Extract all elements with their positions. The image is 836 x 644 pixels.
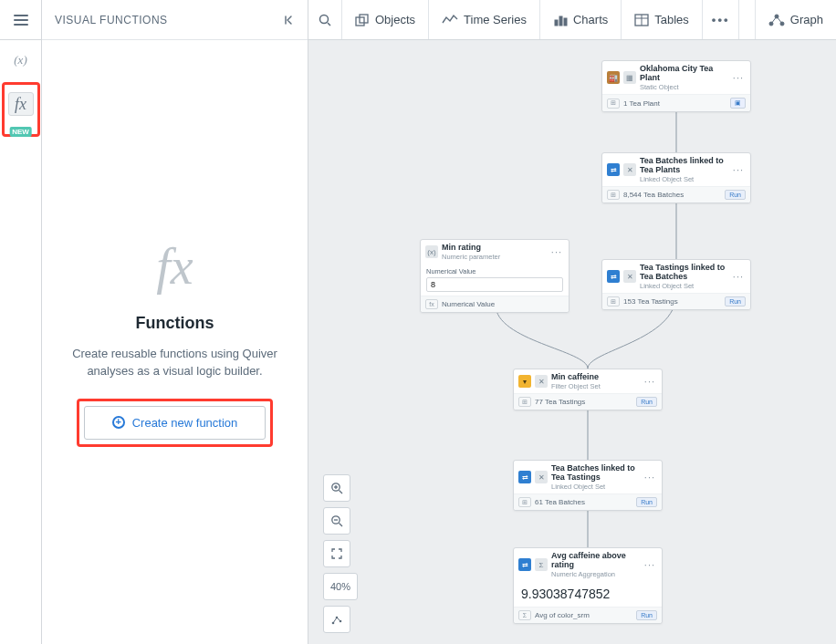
- toolbar-tables-label: Tables: [654, 13, 689, 26]
- node-count: 61 Tea Batches: [535, 498, 632, 506]
- zoom-out-icon: [330, 514, 343, 527]
- object-sub-icon: ✕: [623, 270, 636, 283]
- node-subtitle: Numeric parameter: [442, 253, 546, 261]
- sidebar-description: Create reusable functions using Quiver a…: [60, 346, 289, 380]
- count-badge-icon: ⊞: [518, 397, 531, 407]
- object-sub-icon: ✕: [535, 375, 548, 388]
- node-more-button[interactable]: ···: [731, 164, 746, 175]
- timeseries-icon: [442, 14, 458, 26]
- node-run-button[interactable]: Run: [725, 296, 746, 306]
- node-title: Min caffeine: [551, 372, 639, 381]
- toolbar: Objects Time Series Charts Tables ••• Gr…: [308, 0, 836, 40]
- node-linked-set[interactable]: ⇄ ✕ Tea Batches linked to Tea Plants Lin…: [601, 152, 751, 203]
- node-numeric-parameter[interactable]: (x) Min rating Numeric parameter ··· Num…: [420, 239, 570, 313]
- node-count: 1 Tea Plant: [623, 99, 726, 108]
- link-icon: ⇄: [607, 163, 620, 176]
- node-aggregation[interactable]: ⇄ Σ Avg caffeine above rating Numeric Ag…: [513, 547, 663, 624]
- plant-icon: 🏭: [607, 71, 620, 84]
- toolbar-graph-label: Graph: [790, 13, 823, 26]
- node-more-button[interactable]: ···: [731, 72, 746, 83]
- node-title: Tea Batches linked to Tea Plants: [640, 156, 727, 174]
- new-badge: NEW: [9, 127, 32, 137]
- plus-circle-icon: [112, 416, 125, 429]
- hamburger-icon: [14, 15, 28, 26]
- param-icon: (x): [425, 245, 438, 258]
- agg-icon: ⇄: [518, 558, 531, 571]
- variable-icon: (x): [14, 53, 26, 68]
- more-icon: •••: [712, 13, 730, 26]
- svg-line-25: [333, 618, 337, 623]
- svg-rect-5: [559, 16, 562, 26]
- node-linked-set[interactable]: ⇄ ✕ Tea Tastings linked to Tea Batches L…: [601, 259, 751, 310]
- fit-button[interactable]: [323, 540, 350, 567]
- node-static-object[interactable]: 🏭 ▦ Oklahoma City Tea Plant Static Objec…: [601, 60, 751, 112]
- link-icon: ⇄: [607, 270, 620, 283]
- object-sub-icon: ✕: [535, 471, 548, 483]
- aggregation-value: 9.93038747852: [514, 581, 662, 607]
- auto-layout-button[interactable]: [323, 606, 350, 633]
- search-icon: [318, 13, 332, 27]
- node-count: 153 Tea Tastings: [623, 297, 721, 306]
- svg-line-18: [340, 491, 343, 494]
- highlight-box: [77, 399, 274, 447]
- node-more-button[interactable]: ···: [643, 472, 657, 483]
- object-sub-icon: Σ: [535, 558, 548, 571]
- node-title: Avg caffeine above rating: [551, 551, 639, 569]
- node-count: 77 Tea Tastings: [535, 398, 632, 406]
- toolbar-more[interactable]: •••: [703, 0, 740, 39]
- rail-item-variable[interactable]: (x): [0, 40, 41, 80]
- toolbar-tables[interactable]: Tables: [622, 0, 703, 39]
- main-area: Objects Time Series Charts Tables ••• Gr…: [308, 0, 836, 644]
- node-run-button[interactable]: Run: [725, 190, 746, 200]
- count-badge-icon: Σ: [518, 610, 531, 620]
- numeric-value-input[interactable]: [426, 277, 563, 292]
- node-subtitle: Linked Object Set: [640, 282, 727, 290]
- svg-line-1: [328, 23, 330, 26]
- sidebar-title: Functions: [136, 314, 214, 333]
- svg-rect-4: [555, 20, 558, 26]
- zoom-out-button[interactable]: [323, 507, 350, 535]
- node-filter[interactable]: ▾ ✕ Min caffeine Filter Object Set ··· ⊞…: [513, 369, 663, 410]
- count-badge-icon: fx: [425, 299, 438, 309]
- count-badge-icon: ⊞: [607, 296, 620, 306]
- charts-icon: [553, 14, 568, 26]
- toolbar-objects[interactable]: Objects: [342, 0, 429, 39]
- toolbar-charts[interactable]: Charts: [540, 0, 622, 39]
- node-action-icon[interactable]: ▣: [730, 98, 746, 109]
- toolbar-timeseries-label: Time Series: [464, 13, 527, 26]
- node-run-button[interactable]: Run: [636, 397, 657, 407]
- node-footer: Numerical Value: [442, 300, 564, 308]
- canvas-controls: 40%: [323, 474, 358, 633]
- node-more-button[interactable]: ···: [643, 559, 657, 570]
- scatter-icon: [330, 613, 343, 626]
- node-title: Oklahoma City Tea Plant: [640, 64, 727, 82]
- node-linked-set[interactable]: ⇄ ✕ Tea Batches linked to Tea Tastings L…: [513, 460, 663, 511]
- toolbar-objects-label: Objects: [375, 13, 415, 26]
- node-more-button[interactable]: ···: [731, 271, 746, 282]
- link-icon: ⇄: [518, 471, 531, 483]
- toolbar-time-series[interactable]: Time Series: [429, 0, 540, 39]
- rail-item-functions[interactable]: fx NEW: [4, 84, 38, 124]
- node-subtitle: Linked Object Set: [640, 175, 727, 183]
- svg-rect-6: [564, 18, 567, 26]
- node-more-button[interactable]: ···: [549, 246, 564, 257]
- node-more-button[interactable]: ···: [643, 376, 657, 387]
- menu-button[interactable]: [0, 0, 41, 40]
- flow-canvas[interactable]: 🏭 ▦ Oklahoma City Tea Plant Static Objec…: [308, 40, 836, 644]
- graph-icon: [768, 14, 785, 26]
- node-run-button[interactable]: Run: [636, 610, 657, 620]
- toolbar-charts-label: Charts: [573, 13, 608, 26]
- svg-line-26: [337, 618, 340, 621]
- collapse-icon: [282, 15, 295, 26]
- zoom-level[interactable]: 40%: [323, 573, 358, 600]
- toolbar-graph[interactable]: Graph: [756, 0, 836, 39]
- node-title: Tea Batches linked to Tea Tastings: [551, 463, 639, 482]
- search-button[interactable]: [308, 0, 342, 39]
- node-run-button[interactable]: Run: [636, 497, 657, 507]
- svg-line-21: [340, 524, 343, 527]
- zoom-in-button[interactable]: [323, 474, 350, 502]
- nav-rail: (x) fx NEW: [0, 0, 42, 644]
- node-subtitle: Numeric Aggregation: [551, 570, 639, 578]
- collapse-sidebar-button[interactable]: [282, 15, 295, 26]
- node-subtitle: Filter Object Set: [551, 382, 639, 390]
